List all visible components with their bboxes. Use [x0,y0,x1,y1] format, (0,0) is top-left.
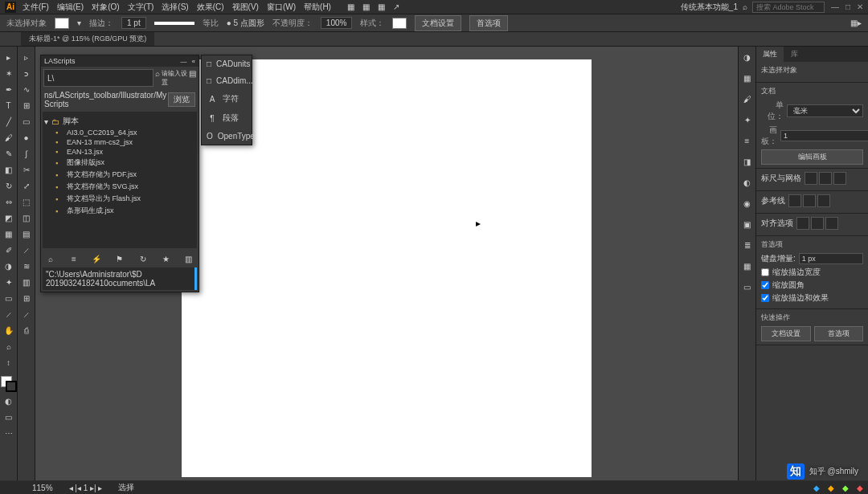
stroke-weight[interactable]: 1 pt [121,17,146,29]
scissors-tool[interactable]: ✂ [19,162,34,177]
snap-pixel-icon[interactable] [811,217,824,230]
flyout-item[interactable]: □CADunits [202,55,252,72]
measure-tool[interactable]: ⟋ [19,243,34,257]
dropdown-icon[interactable]: ▾ [77,18,81,27]
opacity-value[interactable]: 100% [321,17,353,29]
minimize-button[interactable]: — [831,2,839,11]
units-select[interactable]: 毫米 [787,104,863,117]
artboard-tool[interactable]: ▭ [2,291,16,305]
fill-swatch[interactable] [55,18,69,29]
list-icon[interactable]: ≡ [68,253,80,264]
artboard-nav[interactable]: ◂ |◂ 1 ▸| ▸ [69,484,103,492]
smart-guides-icon[interactable] [817,194,830,207]
hand-tool[interactable]: ✋ [2,323,16,337]
script-file[interactable]: ▪将文档存储为 PDF.jsx [44,169,195,181]
flag-icon[interactable]: ⚑ [114,253,125,264]
curvature-tool[interactable]: ∿ [19,82,34,96]
line-tool[interactable]: ╱ [2,114,16,129]
shapebuilder-tool[interactable]: ◩ [2,210,16,225]
rotate-tool[interactable]: ↻ [2,178,16,193]
menubar-icon[interactable]: ▦ [378,2,385,11]
appearance-panel-icon[interactable]: ◉ [740,196,755,210]
search-icon[interactable]: ⌕ [743,2,747,11]
fill-stroke-control[interactable] [1,376,17,392]
menu-object[interactable]: 对象(O) [92,2,119,13]
flyout-item[interactable]: ¶段落 [202,108,252,128]
scale-strokes-checkbox[interactable] [761,268,769,276]
snap-point-icon[interactable] [796,217,809,230]
transparency-panel-icon[interactable]: ◐ [740,175,755,190]
scale-tool[interactable]: ⤢ [19,178,34,193]
show-guides-icon[interactable] [788,194,801,207]
menu-window[interactable]: 窗口(W) [267,2,296,13]
prefs-button[interactable]: 首选项 [469,15,508,31]
script-file[interactable]: ▪将文档导出为 Flash.jsx [44,193,195,205]
menu-file[interactable]: 文件(F) [23,2,49,13]
maximize-button[interactable]: □ [845,2,850,11]
pen-tool[interactable]: ✒ [2,82,16,96]
edit-artboards-button[interactable]: 编辑画板 [761,149,863,165]
menu-type[interactable]: 文字(T) [128,2,154,13]
print-tiling-tool[interactable]: ⊞ [19,291,34,305]
layers-panel-icon[interactable]: ≣ [740,238,755,252]
snap-grid-icon[interactable] [825,217,838,230]
graph-tool[interactable]: ▥ [19,275,34,289]
print-tool[interactable]: ⎙ [19,323,34,337]
menubar-icon[interactable]: ↗ [393,2,399,11]
perspective-tool[interactable]: ◫ [19,210,34,225]
run-icon[interactable]: ⚡ [91,253,102,264]
colormode-icon[interactable]: ◐ [2,394,16,408]
rectangle-tool[interactable]: ▭ [19,114,34,129]
quick-prefs-button[interactable]: 首选项 [814,326,864,341]
options-label[interactable]: 请输入设置 [162,69,187,87]
quick-docsetup-button[interactable]: 文档设置 [761,326,811,341]
free-transform-tool[interactable]: ⬚ [19,194,34,209]
tab-properties[interactable]: 属性 [756,47,784,62]
grid-icon[interactable] [819,172,832,185]
menu-edit[interactable]: 编辑(E) [57,2,84,13]
toggle-icon[interactable]: ↕ [2,355,16,369]
refresh-icon[interactable]: ↻ [137,253,149,264]
artboard-input[interactable] [780,130,868,141]
brush-profile[interactable]: ● 5 点圆形 [227,18,264,29]
settings-icon[interactable]: ▤ [189,69,196,87]
star-icon[interactable]: ★ [160,253,171,264]
folder-row[interactable]: ▾🗀脚本 [44,115,195,128]
blend-tool[interactable]: ◑ [2,259,16,273]
more-tools-icon[interactable]: ⋯ [2,426,16,440]
document-tab[interactable]: 未标题-1* @ 115% (RGB/GPU 预览) [21,32,154,46]
menubar-icon[interactable]: ▦ [362,2,370,11]
style-swatch[interactable] [392,18,407,29]
zoom-tool[interactable]: ⌕ [2,339,16,353]
browse-button[interactable]: 浏览 [168,92,195,107]
workspace-switcher[interactable]: 传统基本功能_1 [681,2,738,13]
assets-panel-icon[interactable]: ▦ [740,259,755,273]
selection-tool[interactable]: ▸ [2,50,16,64]
gradient-tool[interactable]: ▤ [19,227,34,241]
graphic-styles-panel-icon[interactable]: ▣ [740,217,755,231]
stock-search[interactable] [752,2,825,13]
blob-brush-tool[interactable]: ● [19,130,34,145]
eraser-tool[interactable]: ◧ [2,162,16,177]
script-file[interactable]: ▪条形码生成.jsx [44,205,195,217]
touch-type-tool[interactable]: ⊞ [19,98,34,112]
stroke-panel-icon[interactable]: ≡ [740,133,755,148]
script-file[interactable]: ▪EAN-13 mm-cs2_jsx [44,137,195,147]
magic-wand-tool[interactable]: ✶ [2,66,16,80]
flyout-item[interactable]: □CADdim... [202,72,252,89]
gradient-panel-icon[interactable]: ◨ [740,154,755,169]
smooth-tool[interactable]: ∫ [19,146,34,161]
stroke-sample[interactable] [154,22,194,25]
brush-tool[interactable]: 🖌 [2,130,16,145]
flyout-item[interactable]: OOpenType [202,128,252,145]
docsetup-button[interactable]: 文档设置 [415,15,461,31]
pencil-tool[interactable]: ✎ [2,146,16,161]
lascripts-search[interactable] [43,69,154,87]
script-file[interactable]: ▪EAN-13.jsx [44,147,195,157]
scale-effects-checkbox[interactable] [761,294,769,302]
swatches-panel-icon[interactable]: ▦ [740,71,755,85]
color-panel-icon[interactable]: ◑ [740,50,755,64]
direct-selection-tool[interactable]: ▹ [19,50,34,64]
symbolspray-tool[interactable]: ✦ [2,275,16,289]
panel-toggle-icon[interactable]: ▦▸ [850,18,862,27]
